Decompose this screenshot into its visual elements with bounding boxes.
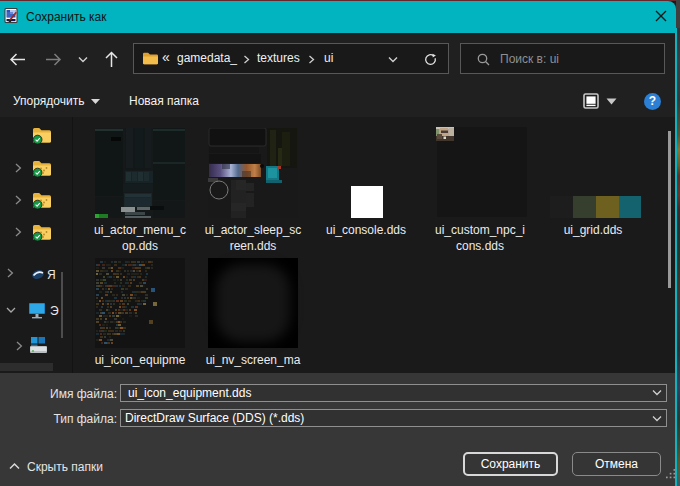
svg-text:Я: Я [47,268,56,282]
svg-text:Э: Э [50,304,59,318]
